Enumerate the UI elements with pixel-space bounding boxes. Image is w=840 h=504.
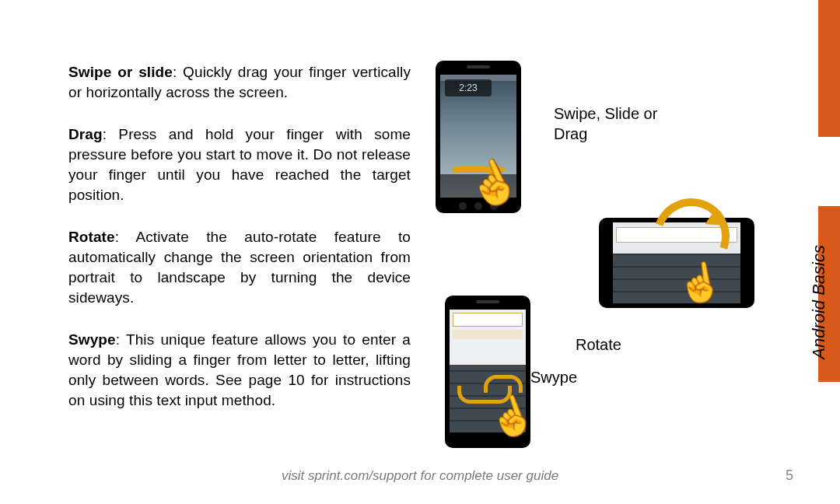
body-text-column: Swipe or slide: Quickly drag your finger… [68,62,411,432]
caption-swype: Swype [530,367,608,387]
hand-pointer-icon: ☝ [674,261,726,306]
lockscreen-clock: 2:23 [445,79,492,96]
term-swype-text: : This unique feature allows you to ente… [68,331,411,408]
section-title: Android Basics [809,245,829,359]
caption-swipe: Swipe, Slide or Drag [554,103,686,144]
term-swipe-label: Swipe or slide [68,64,173,80]
term-rotate-label: Rotate [68,229,115,245]
section-tab [818,0,840,137]
term-swipe: Swipe or slide: Quickly drag your finger… [68,62,411,103]
manual-page: Swipe or slide: Quickly drag your finger… [0,0,840,504]
term-swype-label: Swype [68,331,116,348]
term-swype: Swype: This unique feature allows you to… [68,330,411,411]
term-rotate: Rotate: Activate the auto-rotate feature… [68,227,411,308]
term-drag: Drag: Press and hold your finger with so… [68,124,411,205]
term-drag-label: Drag [68,126,103,142]
term-drag-text: : Press and hold your finger with some p… [68,126,411,203]
swype-path-icon [484,375,523,393]
page-number: 5 [786,467,793,484]
footer-text: visit sprint.com/support for complete us… [0,468,840,484]
term-rotate-text: : Activate the auto-rotate feature to au… [68,229,411,306]
caption-rotate: Rotate [576,334,669,355]
